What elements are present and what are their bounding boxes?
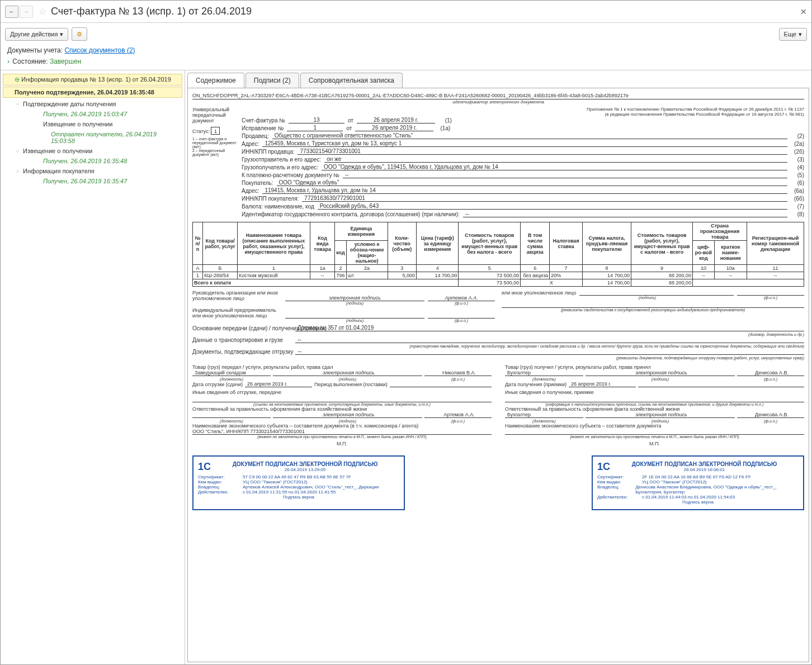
doc-id: ON_NSCHFDOPPR_2AL-A7303297-E6CA-4BD6-A73… [192, 93, 804, 99]
tree-status: Получен, 26.04.2019 15:03:47 [1, 109, 185, 119]
tab-note[interactable]: Сопроводительная записка [300, 73, 403, 88]
structure-icon-button[interactable]: ⚙ [72, 27, 87, 41]
chevron-right-icon: › [7, 58, 10, 65]
doc-id-label: идентификатор электронного документа [192, 99, 804, 104]
appendix-note: Приложение № 1 к постановлению Правитель… [242, 107, 804, 117]
transfer-right: Товар (груз) получил / услуги, результат… [505, 364, 804, 446]
forward-button[interactable]: → [20, 6, 33, 18]
tree-node[interactable]: Извещение о получении [1, 119, 185, 129]
tabs: Содержимое Подписи (2) Сопроводительная … [185, 70, 811, 88]
docs-link[interactable]: Список документов (2) [64, 46, 135, 54]
signature-stamp-2: 1C ДОКУМЕНТ ПОДПИСАН ЭЛЕКТРОННОЙ ПОДПИСЬ… [592, 455, 804, 510]
back-button[interactable]: ← [5, 6, 18, 18]
invoice-table: № п/пКод товара/ работ, услугНаименовани… [192, 222, 804, 287]
table-row: 1КШ-289/54Костюм мужской--796шт5,00014 7… [193, 272, 804, 279]
tree-node[interactable]: Извещение о получении [1, 146, 185, 156]
document-content: ON_NSCHFDOPPR_2AL-A7303297-E6CA-4BD6-A73… [187, 88, 809, 662]
tree-toggle-icon: ⊖ [15, 76, 21, 83]
status-box: 1 [211, 127, 220, 135]
tree-status: Отправлен получателю, 26.04.2019 15:03:5… [1, 129, 185, 146]
signature-stamp-1: 1C ДОКУМЕНТ ПОДПИСАН ЭЛЕКТРОННОЙ ПОДПИСЬ… [192, 455, 405, 510]
window-title: Счет-фактура № 13 (испр. 1) от 26.04.201… [51, 6, 252, 17]
close-icon[interactable]: ✕ [800, 7, 807, 16]
1c-logo-icon: 1C [597, 461, 610, 473]
more-button[interactable]: Еще ▾ [779, 28, 807, 41]
tree-node[interactable]: Информация покупателя [1, 166, 185, 176]
tree-confirmation[interactable]: Получено подтверждение, 26.04.2019 16:35… [3, 87, 182, 98]
toolbar: Другие действия ▾ ⚙ Еще ▾ [1, 23, 811, 45]
chevron-down-icon: ▾ [60, 31, 63, 38]
1c-logo-icon: 1C [198, 461, 211, 473]
tree-root[interactable]: ⊖ Информация продавца № 13 (испр. 1) от … [3, 74, 182, 86]
chevron-down-icon: ▾ [799, 31, 802, 38]
titlebar: ← → ☆ Счет-фактура № 13 (испр. 1) от 26.… [1, 1, 811, 23]
tree-icon: ⚙ [77, 31, 82, 38]
transfer-left: Товар (груз) передал / услуги, результат… [192, 364, 492, 446]
tree-status: Получен, 26.04.2019 16:35:48 [1, 156, 185, 166]
tree-status: Получен, 26.04.2019 16:35:47 [1, 176, 185, 186]
upd-sidebar: Универсальныйпередаточныйдокумент Статус… [192, 107, 237, 218]
state-line[interactable]: › Состояние: Завершен [1, 56, 811, 70]
tab-signatures[interactable]: Подписи (2) [246, 73, 299, 88]
tab-content[interactable]: Содержимое [187, 73, 244, 88]
docs-line: Документы учета: Список документов (2) [1, 45, 811, 56]
other-actions-button[interactable]: Другие действия ▾ [5, 28, 68, 41]
star-icon[interactable]: ☆ [39, 6, 46, 17]
tree-panel: ⊖ Информация продавца № 13 (испр. 1) от … [1, 70, 185, 664]
tree-node[interactable]: Подтверждение даты получения [1, 99, 185, 109]
